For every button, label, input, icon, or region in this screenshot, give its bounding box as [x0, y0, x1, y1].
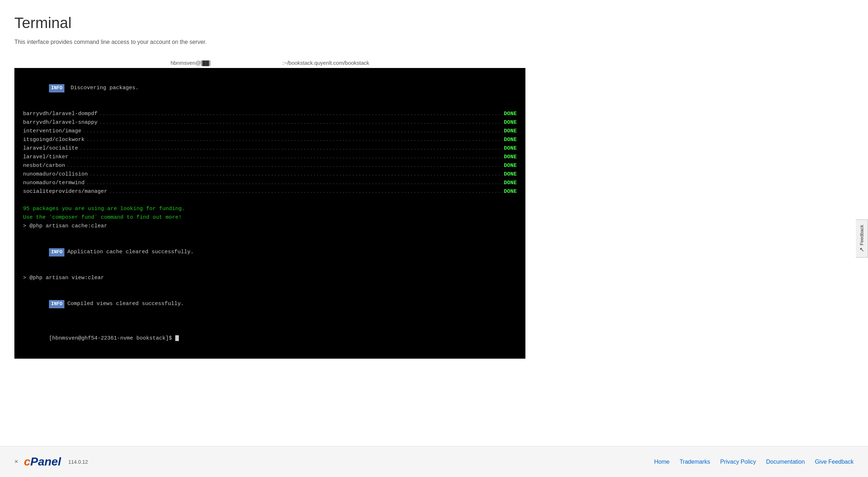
info-line-2: INFOCompiled views cleared successfully.	[23, 291, 517, 317]
side-feedback-label: Feedback	[859, 225, 864, 245]
terminal-prompt: [hbnmsven@ghf54-22361-nvme bookstack]$	[23, 326, 517, 351]
footer-link-give-feedback[interactable]: Give Feedback	[815, 459, 854, 465]
terminal-output[interactable]: INFO Discovering packages. barryvdh/lara…	[14, 68, 525, 359]
package-row: nunomaduro/termwind ....................…	[23, 179, 517, 187]
package-dots: ........................................…	[99, 110, 502, 118]
package-status: DONE	[504, 118, 517, 127]
info-badge-1: INFO	[49, 84, 64, 92]
cmd1: > @php artisan cache:clear	[23, 222, 517, 231]
cpanel-logo: cPanel	[24, 455, 61, 468]
package-status: DONE	[504, 153, 517, 162]
package-name: nunomaduro/termwind	[23, 179, 85, 187]
package-row: intervention/image .....................…	[23, 127, 517, 136]
package-dots: ........................................…	[99, 118, 502, 127]
package-name: nunomaduro/collision	[23, 170, 88, 179]
side-feedback-icon: ↗	[858, 247, 865, 252]
info-badge-3: INFO	[49, 300, 64, 308]
side-feedback-button[interactable]: ↗ Feedback	[856, 219, 868, 258]
package-dots: ........................................…	[109, 187, 502, 196]
package-row: laravel/tinker .........................…	[23, 153, 517, 162]
package-name: laravel/tinker	[23, 153, 68, 162]
footer-left: × cPanel 114.0.12	[14, 455, 88, 468]
funding-line1: 95 packages you are using are looking fo…	[23, 205, 517, 213]
package-row: barryvdh/laravel-dompdf ................…	[23, 110, 517, 118]
package-name: itsgoingd/clockwork	[23, 136, 85, 144]
package-row: barryvdh/laravel-snappy ................…	[23, 118, 517, 127]
package-name: laravel/socialite	[23, 144, 78, 153]
package-name: socialiteproviders/manager	[23, 187, 107, 196]
footer-links: Home Trademarks Privacy Policy Documenta…	[654, 459, 854, 465]
package-name: barryvdh/laravel-snappy	[23, 118, 98, 127]
terminal-cursor	[175, 335, 179, 341]
package-row: nesbot/carbon ..........................…	[23, 162, 517, 170]
package-status: DONE	[504, 110, 517, 118]
package-status: DONE	[504, 187, 517, 196]
footer-link-trademarks[interactable]: Trademarks	[679, 459, 710, 465]
cpanel-c-letter: c	[24, 455, 31, 468]
package-dots: ........................................…	[83, 127, 502, 136]
terminal-line-discover: INFO Discovering packages.	[23, 75, 517, 101]
package-status: DONE	[504, 162, 517, 170]
package-list: barryvdh/laravel-dompdf ................…	[23, 110, 517, 196]
cpanel-panel-text: Panel	[30, 455, 61, 468]
package-row: itsgoingd/clockwork ....................…	[23, 136, 517, 144]
package-row: laravel/socialite ......................…	[23, 144, 517, 153]
footer-link-privacy[interactable]: Privacy Policy	[720, 459, 756, 465]
package-status: DONE	[504, 136, 517, 144]
main-content: Terminal This interface provides command…	[0, 0, 868, 446]
page-title: Terminal	[14, 14, 854, 32]
package-dots: ........................................…	[89, 170, 502, 179]
terminal-user: hbnmsven@██	[171, 60, 211, 66]
package-dots: ........................................…	[67, 162, 502, 170]
cmd2: > @php artisan view:clear	[23, 274, 517, 282]
cpanel-version: 114.0.12	[68, 459, 88, 465]
package-row: nunomaduro/collision ...................…	[23, 170, 517, 179]
footer-link-documentation[interactable]: Documentation	[766, 459, 805, 465]
terminal-wrapper: hbnmsven@██ :~/bookstack.quyenlt.com/boo…	[14, 60, 525, 359]
package-dots: ........................................…	[80, 144, 502, 153]
package-name: barryvdh/laravel-dompdf	[23, 110, 98, 118]
terminal-header: hbnmsven@██ :~/bookstack.quyenlt.com/boo…	[14, 60, 525, 68]
info-badge-2: INFO	[49, 248, 64, 256]
terminal-path: :~/bookstack.quyenlt.com/bookstack	[282, 60, 369, 66]
footer-link-home[interactable]: Home	[654, 459, 670, 465]
package-status: DONE	[504, 144, 517, 153]
funding-line2: Use the `composer fund` command to find …	[23, 213, 517, 222]
footer: × cPanel 114.0.12 Home Trademarks Privac…	[0, 446, 868, 477]
package-dots: ........................................…	[70, 153, 502, 162]
package-name: nesbot/carbon	[23, 162, 65, 170]
close-button[interactable]: ×	[14, 458, 18, 465]
page-description: This interface provides command line acc…	[14, 39, 854, 45]
package-status: DONE	[504, 179, 517, 187]
package-dots: ........................................…	[86, 136, 502, 144]
package-status: DONE	[504, 170, 517, 179]
package-status: DONE	[504, 127, 517, 136]
info-line-1: INFOApplication cache cleared successful…	[23, 239, 517, 265]
package-row: socialiteproviders/manager .............…	[23, 187, 517, 196]
package-name: intervention/image	[23, 127, 81, 136]
package-dots: ........................................…	[86, 179, 502, 187]
